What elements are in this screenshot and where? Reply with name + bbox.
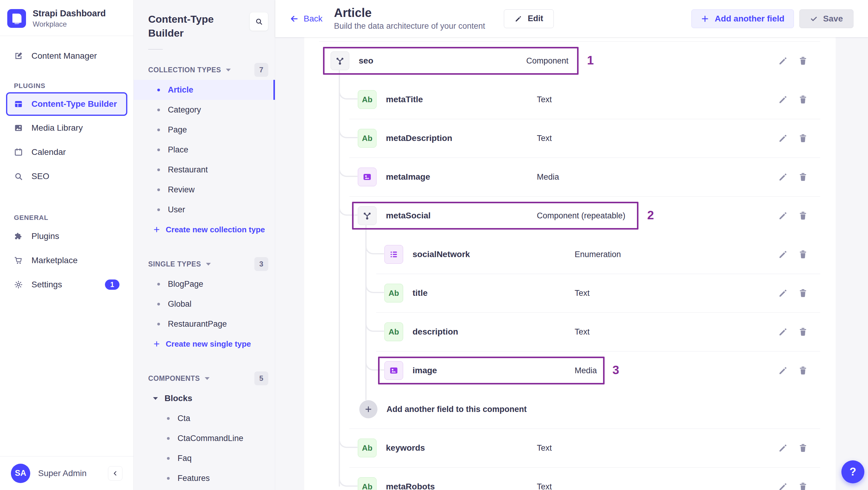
delete-field-button[interactable] [798,94,809,105]
bullet-icon [157,188,160,191]
edit-field-button[interactable] [778,326,789,337]
trash-icon [798,327,808,337]
page-title: Article [334,6,485,19]
delete-field-button[interactable] [798,288,809,299]
field-type: Media [575,366,597,375]
edit-button[interactable]: Edit [504,9,554,28]
plus-icon [153,340,160,347]
chevron-down-icon [206,263,211,266]
component-field-icon [331,52,349,70]
edit-field-button[interactable] [778,210,789,221]
collection-types-header[interactable]: COLLECTION TYPES 7 [134,63,275,77]
field-name: image [412,366,437,375]
back-link[interactable]: Back [290,14,322,24]
delete-field-button[interactable] [798,249,809,260]
edit-field-button[interactable] [778,249,789,260]
chevron-down-icon [153,397,158,400]
sidebar-item-label: Content-Type Builder [31,99,117,109]
page-subtitle: Build the data architecture of your cont… [334,22,485,31]
collection-type-page[interactable]: Page [134,120,275,140]
save-button[interactable]: Save [799,9,854,28]
edit-field-button[interactable] [778,365,789,376]
pencil-icon [778,327,788,337]
edit-field-button[interactable] [778,133,789,144]
single-type-global[interactable]: Global [134,294,275,314]
type-label: User [168,205,185,214]
sidebar-item-content-type-builder[interactable]: Content-Type Builder [6,92,127,116]
delete-field-button[interactable] [798,442,809,453]
sidebar-item-settings[interactable]: Settings 1 [6,273,127,297]
sidebar-item-label: Settings [31,280,62,289]
single-type-restaurantpage[interactable]: RestaurantPage [134,314,275,334]
component-cta[interactable]: Cta [134,408,275,428]
delete-field-button[interactable] [798,210,809,221]
field-row-socialnetwork: socialNetwork Enumeration [304,235,836,274]
avatar[interactable]: SA [11,464,30,483]
component-faq[interactable]: Faq [134,448,275,468]
field-name: metaRobots [386,482,435,490]
component-ctacommandline[interactable]: CtaCommandLine [134,428,275,448]
field-row-metatitle: Ab metaTitle Text [304,80,836,119]
sidebar-item-seo[interactable]: SEO [6,164,127,188]
collection-type-review[interactable]: Review [134,180,275,200]
plugins-section-label: PLUGINS [6,82,127,90]
delete-field-button[interactable] [798,172,809,182]
help-button[interactable]: ? [841,460,864,483]
edit-field-button[interactable] [778,288,789,299]
add-another-field-button[interactable]: Add another field [691,9,794,28]
component-group-blocks[interactable]: Blocks [134,388,275,408]
create-single-type-link[interactable]: Create new single type [134,334,275,354]
sidebar-item-calendar[interactable]: Calendar [6,140,127,164]
sidebar-item-marketplace[interactable]: Marketplace [6,248,127,273]
field-row-description: Ab description Text [304,312,836,351]
collection-type-place[interactable]: Place [134,140,275,160]
delete-field-button[interactable] [798,133,809,144]
pencil-icon [778,443,788,453]
sidebar-item-media-library[interactable]: Media Library [6,116,127,140]
sidebar-item-content-manager[interactable]: Content Manager [6,44,127,68]
panel-title: Content-Type Builder [148,12,239,40]
delete-field-button[interactable] [798,365,809,376]
add-field-to-component-button[interactable] [359,400,377,418]
strapi-logo-icon [7,9,26,28]
delete-field-button[interactable] [798,55,809,66]
collapse-sidebar-button[interactable] [108,466,123,481]
plus-icon [153,226,160,233]
bullet-icon [157,149,160,151]
field-type: Text [537,482,552,490]
field-type: Text [537,443,552,453]
edit-field-button[interactable] [778,442,789,453]
general-section-label: GENERAL [6,214,127,222]
search-icon [255,18,263,25]
search-button[interactable] [249,12,268,31]
app-name: Strapi Dashboard [33,8,106,19]
collection-type-article[interactable]: Article [134,80,275,100]
single-types-header[interactable]: SINGLE TYPES 3 [134,257,275,271]
annotation-number-3: 3 [613,363,619,377]
add-field-to-component-label: Add another field to this component [386,405,527,414]
collection-type-restaurant[interactable]: Restaurant [134,160,275,180]
trash-icon [798,94,808,105]
single-type-blogpage[interactable]: BlogPage [134,274,275,294]
delete-field-button[interactable] [798,481,809,490]
main-sidebar: Strapi Dashboard Workplace Content Manag… [0,0,134,490]
text-field-icon: Ab [358,90,376,109]
components-header[interactable]: COMPONENTS 5 [134,371,275,385]
edit-field-button[interactable] [778,172,789,182]
component-features[interactable]: Features [134,468,275,488]
field-type: Component (repeatable) [537,211,625,220]
field-row-metasocial: metaSocial Component (repeatable) 2 [304,196,836,235]
chevron-down-icon [205,377,210,380]
delete-field-button[interactable] [798,326,809,337]
edit-field-button[interactable] [778,481,789,490]
plus-icon [365,405,372,413]
sidebar-item-plugins[interactable]: Plugins [6,224,127,248]
pencil-icon [778,365,788,376]
collection-type-user[interactable]: User [134,200,275,220]
pen-icon [14,52,23,61]
edit-field-button[interactable] [778,55,789,66]
edit-field-button[interactable] [778,94,789,105]
pencil-icon [778,133,788,143]
create-collection-type-link[interactable]: Create new collection type [134,220,275,240]
collection-type-category[interactable]: Category [134,100,275,120]
